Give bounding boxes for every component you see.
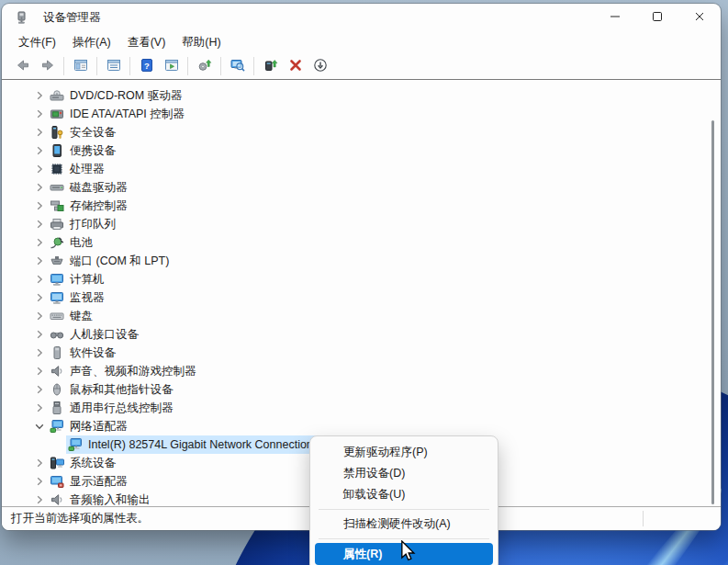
maximize-icon bbox=[650, 9, 665, 27]
tree-item-label: 安全设备 bbox=[70, 125, 116, 141]
chevron-right-icon[interactable] bbox=[31, 125, 48, 140]
tree-item-label: 人机接口设备 bbox=[70, 327, 139, 343]
tree-node[interactable]: DVD/CD-ROM 驱动器 bbox=[48, 86, 189, 105]
show-console-tree-button[interactable] bbox=[68, 55, 93, 77]
usb-controller-icon bbox=[50, 401, 65, 415]
menu-action[interactable]: 操作(A) bbox=[64, 32, 119, 53]
menu-bar: 文件(F) 操作(A) 查看(V) 帮助(H) bbox=[2, 31, 721, 53]
chevron-right-icon[interactable] bbox=[31, 217, 48, 232]
processor-icon bbox=[50, 162, 65, 176]
tree-item[interactable]: 处理器 bbox=[2, 160, 721, 178]
context-menu-item[interactable]: 扫描检测硬件改动(A) bbox=[310, 514, 498, 535]
tree-node[interactable]: 端口 (COM 和 LPT) bbox=[48, 252, 176, 270]
chevron-right-icon[interactable] bbox=[31, 235, 48, 250]
tree-item[interactable]: 便携设备 bbox=[2, 141, 721, 160]
back-button[interactable] bbox=[10, 55, 35, 77]
tree-item[interactable]: 打印队列 bbox=[2, 215, 721, 233]
chevron-right-icon[interactable] bbox=[31, 143, 48, 158]
chevron-right-icon[interactable] bbox=[31, 345, 48, 360]
tree-node[interactable]: 音频输入和输出 bbox=[48, 491, 158, 506]
tree-item[interactable]: IDE ATA/ATAPI 控制器 bbox=[2, 105, 721, 123]
tree-node[interactable]: 人机接口设备 bbox=[48, 325, 146, 344]
title-bar[interactable]: 设备管理器 bbox=[2, 4, 721, 31]
keyboard-icon bbox=[50, 309, 65, 323]
tree-item[interactable]: 软件设备 bbox=[2, 344, 721, 362]
tree-item[interactable]: 声音、视频和游戏控制器 bbox=[2, 362, 721, 380]
tree-node[interactable]: 处理器 bbox=[48, 160, 112, 178]
context-menu-item[interactable]: 禁用设备(D) bbox=[310, 463, 498, 484]
properties-button[interactable] bbox=[101, 55, 126, 77]
tree-item[interactable]: 鼠标和其他指针设备 bbox=[2, 380, 721, 399]
help-button[interactable]: ? bbox=[134, 55, 159, 77]
tree-scrollbar[interactable] bbox=[711, 120, 714, 504]
scan-hardware-changes-button[interactable] bbox=[225, 55, 250, 77]
context-menu-item[interactable]: 卸载设备(U) bbox=[310, 484, 498, 505]
tree-item[interactable]: 网络适配器 bbox=[2, 417, 721, 435]
tree-node[interactable]: 便携设备 bbox=[48, 141, 123, 160]
tree-node[interactable]: 软件设备 bbox=[48, 344, 123, 362]
chevron-right-icon[interactable] bbox=[31, 107, 48, 121]
tree-node[interactable]: IDE ATA/ATAPI 控制器 bbox=[48, 105, 192, 123]
tree-item[interactable]: 人机接口设备 bbox=[2, 325, 721, 344]
storage-controller-icon bbox=[50, 198, 65, 213]
context-menu-item[interactable]: 更新驱动程序(P) bbox=[310, 442, 498, 463]
tree-node[interactable]: 电池 bbox=[48, 233, 100, 252]
tree-item[interactable]: 监视器 bbox=[2, 288, 721, 307]
tree-node[interactable]: 通用串行总线控制器 bbox=[48, 399, 181, 417]
forward-button[interactable] bbox=[35, 55, 60, 77]
tree-node[interactable]: 监视器 bbox=[48, 288, 112, 307]
tree-node[interactable]: 鼠标和其他指针设备 bbox=[48, 380, 181, 399]
tree-item[interactable]: 键盘 bbox=[2, 307, 721, 325]
chevron-right-icon[interactable] bbox=[31, 382, 48, 397]
chevron-right-icon[interactable] bbox=[31, 401, 48, 415]
tree-node[interactable]: 键盘 bbox=[48, 307, 100, 325]
chevron-right-icon[interactable] bbox=[31, 254, 48, 268]
monitor-icon bbox=[50, 290, 65, 305]
audio-device-icon bbox=[50, 492, 65, 506]
close-button[interactable] bbox=[678, 4, 721, 31]
tree-node-selected[interactable]: Intel(R) 82574L Gigabit Network Connecti… bbox=[66, 435, 320, 454]
show-action-pane-button[interactable] bbox=[159, 55, 184, 77]
tree-item[interactable]: DVD/CD-ROM 驱动器 bbox=[2, 86, 721, 105]
chevron-right-icon[interactable] bbox=[31, 364, 48, 379]
tree-item[interactable]: 计算机 bbox=[2, 270, 721, 288]
chevron-right-icon[interactable] bbox=[31, 327, 48, 342]
tree-node[interactable]: 存储控制器 bbox=[48, 197, 135, 215]
maximize-button[interactable] bbox=[636, 4, 678, 31]
disable-device-button[interactable] bbox=[308, 55, 332, 77]
chevron-right-icon[interactable] bbox=[31, 492, 48, 506]
tree-item[interactable]: 安全设备 bbox=[2, 123, 721, 141]
tree-node[interactable]: 显示适配器 bbox=[48, 472, 135, 491]
chevron-right-icon[interactable] bbox=[31, 290, 48, 305]
chevron-down-icon[interactable] bbox=[31, 419, 48, 434]
chevron-right-icon[interactable] bbox=[31, 198, 48, 213]
tree-node[interactable]: 计算机 bbox=[48, 270, 112, 288]
tree-node[interactable]: 声音、视频和游戏控制器 bbox=[48, 362, 204, 380]
menu-view[interactable]: 查看(V) bbox=[119, 32, 174, 53]
tree-item[interactable]: 通用串行总线控制器 bbox=[2, 399, 721, 417]
chevron-right-icon[interactable] bbox=[31, 456, 48, 470]
menu-help[interactable]: 帮助(H) bbox=[174, 32, 229, 53]
chevron-right-icon[interactable] bbox=[31, 162, 48, 176]
console-tree-icon bbox=[73, 58, 88, 75]
chevron-right-icon[interactable] bbox=[31, 474, 48, 489]
update-driver-software-button[interactable] bbox=[192, 55, 217, 77]
tree-node[interactable]: 磁盘驱动器 bbox=[48, 178, 135, 197]
tree-item[interactable]: 存储控制器 bbox=[2, 197, 721, 215]
tree-item[interactable]: 端口 (COM 和 LPT) bbox=[2, 252, 721, 270]
tree-node[interactable]: 打印队列 bbox=[48, 215, 123, 233]
uninstall-device-button[interactable] bbox=[283, 55, 308, 77]
chevron-right-icon[interactable] bbox=[31, 180, 48, 195]
minimize-button[interactable] bbox=[594, 4, 636, 31]
tree-node[interactable]: 安全设备 bbox=[48, 123, 123, 141]
menu-file[interactable]: 文件(F) bbox=[10, 32, 64, 53]
tree-node[interactable]: 系统设备 bbox=[48, 454, 123, 472]
tree-node[interactable]: 网络适配器 bbox=[48, 417, 135, 435]
tree-item[interactable]: 电池 bbox=[2, 233, 721, 252]
window-title: 设备管理器 bbox=[43, 10, 101, 26]
chevron-right-icon[interactable] bbox=[31, 309, 48, 323]
chevron-right-icon[interactable] bbox=[31, 88, 48, 103]
tree-item[interactable]: 磁盘驱动器 bbox=[2, 178, 721, 197]
update-driver-button[interactable] bbox=[258, 55, 283, 77]
chevron-right-icon[interactable] bbox=[31, 272, 48, 287]
